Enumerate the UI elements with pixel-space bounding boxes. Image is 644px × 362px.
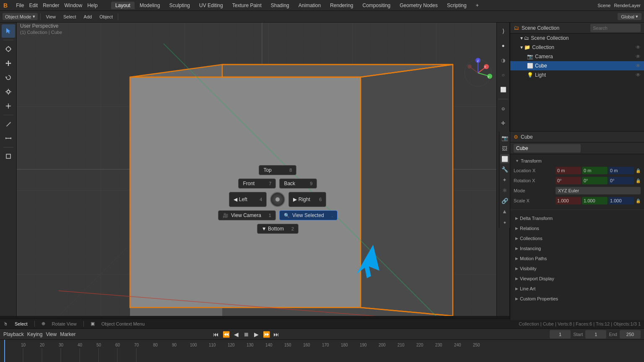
line-art-collapse[interactable]: Line Art xyxy=(514,284,641,294)
renderlayer-selector[interactable]: RenderLayer xyxy=(614,3,641,8)
mode-selector[interactable]: XYZ Euler xyxy=(556,187,641,194)
tree-light[interactable]: 💡 Light 👁 xyxy=(510,70,644,80)
timeline-ruler[interactable]: 10 20 30 40 50 60 70 80 90 100 110 120 1… xyxy=(0,340,644,362)
view-top-btn[interactable]: Top 8 xyxy=(259,165,296,175)
tool-annotate[interactable] xyxy=(2,117,15,131)
playback-label[interactable]: Playback xyxy=(3,331,24,337)
current-frame-display[interactable]: 1 xyxy=(550,330,571,339)
end-frame[interactable]: 250 xyxy=(620,330,641,339)
menu-edit[interactable]: Edit xyxy=(29,3,38,8)
tab-uv-editing[interactable]: UV Editing xyxy=(195,2,227,9)
tab-scripting[interactable]: Scripting xyxy=(443,2,471,9)
location-z-field[interactable]: 0 m xyxy=(608,167,634,174)
menu-render[interactable]: Render xyxy=(43,3,59,8)
constraints-props-icon[interactable]: 🔗 xyxy=(500,196,509,205)
transform-collapse[interactable]: Transform xyxy=(514,156,641,166)
tree-collection[interactable]: ▾ 📁 Collection 👁 xyxy=(510,43,644,52)
rotation-z-field[interactable]: 0° xyxy=(608,177,634,184)
cube-visibility[interactable]: 👁 xyxy=(636,63,641,69)
tab-animation[interactable]: Animation xyxy=(294,2,325,9)
tab-rendering[interactable]: Rendering xyxy=(326,2,357,9)
physics-props-icon[interactable]: ⚛ xyxy=(500,186,509,195)
tab-texture-paint[interactable]: Texture Paint xyxy=(228,2,266,9)
location-y-field[interactable]: 0 m xyxy=(582,167,608,174)
overlay-btn[interactable]: ⊙ xyxy=(496,102,510,115)
scale-z-field[interactable]: 1.000 xyxy=(608,197,634,204)
next-frame-btn[interactable]: ⏩ xyxy=(262,330,270,339)
sidebar-toggle[interactable]: ⟩ xyxy=(496,24,510,38)
material-props-icon[interactable]: ⬥ xyxy=(500,217,509,226)
render-props-icon[interactable]: 📷 xyxy=(500,133,509,142)
tool-transform[interactable] xyxy=(2,99,15,113)
visibility-collapse[interactable]: Visibility xyxy=(514,264,641,274)
modifier-props-icon[interactable]: 🔧 xyxy=(500,165,509,174)
menu-window[interactable]: Window xyxy=(65,3,83,8)
tree-cube[interactable]: ⬜ Cube 👁 xyxy=(510,61,644,70)
rotation-lock-icon[interactable]: 🔒 xyxy=(636,178,641,183)
motion-paths-collapse[interactable]: Motion Paths xyxy=(514,253,641,264)
tab-add[interactable]: + xyxy=(472,2,483,9)
tab-shading[interactable]: Shading xyxy=(267,2,293,9)
pivot-dot[interactable] xyxy=(270,192,285,207)
play-reverse-btn[interactable]: ◀ xyxy=(232,330,240,339)
view-left-btn[interactable]: ◀ Left 4 xyxy=(229,192,267,207)
start-frame[interactable]: 1 xyxy=(585,330,606,339)
tab-compositing[interactable]: Compositing xyxy=(358,2,395,9)
object-menu-btn[interactable]: Object xyxy=(97,13,115,20)
menu-file[interactable]: File xyxy=(16,3,24,8)
instancing-collapse[interactable]: Instancing xyxy=(514,243,641,253)
scale-x-field[interactable]: 1.000 xyxy=(556,197,581,204)
object-props-icon[interactable]: ⬜ xyxy=(500,154,509,163)
outliner-search[interactable] xyxy=(590,24,641,32)
tool-cursor[interactable] xyxy=(2,42,15,56)
view-front-btn[interactable]: Front 7 xyxy=(238,178,276,189)
tree-scene-collection[interactable]: ▾ 🗂 Scene Collection xyxy=(510,34,644,43)
rotation-y-field[interactable]: 0° xyxy=(582,177,608,184)
relations-collapse[interactable]: Relations xyxy=(514,223,641,233)
select-menu-btn[interactable]: Select xyxy=(61,13,79,20)
gizmo-btn[interactable]: ✛ xyxy=(496,116,510,130)
tab-geometry-nodes[interactable]: Geometry Nodes xyxy=(395,2,442,9)
viewport-shading-rendered[interactable]: ○ xyxy=(496,68,510,82)
custom-properties-collapse[interactable]: Custom Properties xyxy=(514,294,641,304)
view-back-btn[interactable]: Back 9 xyxy=(279,178,317,189)
data-props-icon[interactable]: ▲ xyxy=(500,207,509,216)
camera-visibility[interactable]: 👁 xyxy=(636,54,641,59)
tool-measure[interactable] xyxy=(2,132,15,145)
viewport-shading-material[interactable]: ◑ xyxy=(496,54,510,67)
delta-transform-collapse[interactable]: Delta Transform xyxy=(514,213,641,223)
rotation-x-field[interactable]: 0° xyxy=(556,177,581,184)
particles-props-icon[interactable]: ✦ xyxy=(500,175,509,184)
viewport-shading-wireframe[interactable]: ⬜ xyxy=(496,83,510,96)
prev-frame-btn[interactable]: ⏪ xyxy=(222,330,230,339)
tool-move[interactable] xyxy=(2,57,15,70)
object-mode-selector[interactable]: Object Mode ▾ xyxy=(3,13,38,20)
tab-sculpting[interactable]: Sculpting xyxy=(165,2,194,9)
transform-space-selector[interactable]: Global ▾ xyxy=(618,13,641,20)
viewport-shading-solid[interactable]: ● xyxy=(496,39,510,52)
3d-viewport[interactable]: User Perspective (1) Collection | Cube T… xyxy=(17,23,507,316)
object-name-input[interactable] xyxy=(514,144,581,153)
scene-selector[interactable]: Scene xyxy=(597,3,610,8)
view-camera-btn[interactable]: 🎥 View Camera 1 xyxy=(218,210,276,220)
stop-btn[interactable]: ⏹ xyxy=(242,330,250,339)
menu-help[interactable]: Help xyxy=(87,3,98,8)
marker-label[interactable]: Marker xyxy=(60,331,75,337)
collection-visibility[interactable]: 👁 xyxy=(636,44,641,50)
tool-scale[interactable] xyxy=(2,85,15,98)
jump-start-btn[interactable]: ⏮ xyxy=(212,330,220,339)
collections-collapse[interactable]: Collections xyxy=(514,233,641,243)
output-props-icon[interactable]: 🖼 xyxy=(500,144,509,153)
play-btn[interactable]: ▶ xyxy=(252,330,260,339)
location-x-field[interactable]: 0 m xyxy=(556,167,581,174)
viewport-display-collapse[interactable]: Viewport Display xyxy=(514,274,641,284)
scale-y-field[interactable]: 1.000 xyxy=(582,197,608,204)
navigation-gizmo[interactable]: X Y Z xyxy=(461,56,495,90)
tree-camera[interactable]: 📷 Camera 👁 xyxy=(510,52,644,61)
scale-lock-icon[interactable]: 🔒 xyxy=(636,199,641,203)
add-menu-btn[interactable]: Add xyxy=(81,13,95,20)
keying-label[interactable]: Keying xyxy=(27,331,43,337)
view-selected-btn[interactable]: 🔍 View Selected . xyxy=(279,210,338,220)
view-menu-btn[interactable]: View xyxy=(43,13,58,20)
tool-add-cube[interactable] xyxy=(2,150,15,163)
